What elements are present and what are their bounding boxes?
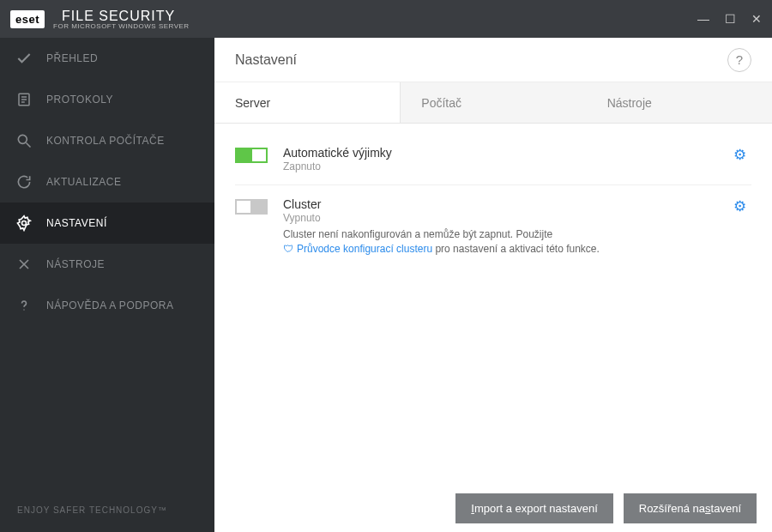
magnifier-icon xyxy=(15,132,33,149)
sidebar-item-logs[interactable]: PROTOKOLY xyxy=(0,79,214,120)
sidebar-item-overview[interactable]: PŘEHLED xyxy=(0,38,214,79)
brand-title-group: FILE SECURITY FOR MICROSOFT WINDOWS SERV… xyxy=(53,9,190,30)
tools-icon xyxy=(15,256,33,273)
sidebar: PŘEHLED PROTOKOLY KONTROLA POČÍTAČE AKTU… xyxy=(0,38,214,532)
close-icon[interactable]: ✕ xyxy=(751,12,762,26)
refresh-icon xyxy=(15,173,33,190)
desc-text: pro nastavení a aktivaci této funkce. xyxy=(435,243,599,255)
svg-point-6 xyxy=(22,221,27,226)
toggle-cluster[interactable] xyxy=(235,199,268,215)
gear-icon xyxy=(15,215,33,232)
setting-description: Cluster není nakonfigurován a nemůže být… xyxy=(283,227,728,257)
advanced-settings-button[interactable]: Rozšířená nastavení xyxy=(624,493,757,523)
import-export-button[interactable]: Import a export nastavení xyxy=(455,493,612,523)
tabs: Server Počítač Nástroje xyxy=(214,82,772,124)
titlebar: eset FILE SECURITY FOR MICROSOFT WINDOWS… xyxy=(0,0,772,38)
gear-icon[interactable]: ⚙ xyxy=(728,197,751,257)
sidebar-item-scan[interactable]: KONTROLA POČÍTAČE xyxy=(0,120,214,161)
check-icon xyxy=(15,50,33,67)
app-subtitle: FOR MICROSOFT WINDOWS SERVER xyxy=(53,22,190,30)
sidebar-item-tools[interactable]: NÁSTROJE xyxy=(0,244,214,285)
setting-text: Automatické výjimky Zapnuto xyxy=(283,146,728,172)
document-icon xyxy=(15,91,33,108)
maximize-icon[interactable]: ☐ xyxy=(725,12,736,26)
sidebar-footer: ENJOY SAFER TECHNOLOGY™ xyxy=(0,488,214,532)
content-panel: Nastavení ? Server Počítač Nástroje Auto… xyxy=(214,38,772,532)
tab-tools[interactable]: Nástroje xyxy=(587,82,772,123)
tab-server[interactable]: Server xyxy=(214,82,401,123)
sidebar-item-label: NASTAVENÍ xyxy=(46,217,107,229)
footer-bar: Import a export nastavení Rozšířená nast… xyxy=(214,484,772,532)
minimize-icon[interactable]: — xyxy=(697,12,709,26)
svg-point-7 xyxy=(23,309,24,310)
sidebar-item-settings[interactable]: NASTAVENÍ xyxy=(0,203,214,244)
cluster-wizard-link[interactable]: Průvodce konfigurací clusteru xyxy=(297,243,432,255)
desc-text: Cluster není nakonfigurován a nemůže být… xyxy=(283,228,552,240)
setting-status: Zapnuto xyxy=(283,160,728,172)
toggle-auto-exclusions[interactable] xyxy=(235,148,268,163)
svg-line-5 xyxy=(27,143,31,148)
settings-body: Automatické výjimky Zapnuto ⚙ Cluster Vy… xyxy=(214,124,772,484)
sidebar-item-label: KONTROLA POČÍTAČE xyxy=(46,135,165,147)
tab-label: Nástroje xyxy=(607,96,652,110)
sidebar-item-label: PROTOKOLY xyxy=(46,94,113,106)
sidebar-item-label: AKTUALIZACE xyxy=(46,176,122,188)
svg-point-4 xyxy=(18,135,27,143)
sidebar-item-help[interactable]: NÁPOVĚDA A PODPORA xyxy=(0,285,214,326)
sidebar-item-label: PŘEHLED xyxy=(46,52,98,64)
setting-title: Cluster xyxy=(283,197,728,211)
gear-icon[interactable]: ⚙ xyxy=(728,146,751,172)
setting-auto-exclusions: Automatické výjimky Zapnuto ⚙ xyxy=(235,134,751,185)
help-button[interactable]: ? xyxy=(727,48,751,72)
setting-status: Vypnuto xyxy=(283,212,728,224)
tab-label: Server xyxy=(235,96,270,110)
sidebar-item-label: NÁPOVĚDA A PODPORA xyxy=(46,299,173,311)
setting-cluster: Cluster Vypnuto Cluster není nakonfiguro… xyxy=(235,185,751,269)
page-header: Nastavení ? xyxy=(214,38,772,82)
page-title: Nastavení xyxy=(235,52,297,68)
tab-computer[interactable]: Počítač xyxy=(401,82,586,123)
window-controls: — ☐ ✕ xyxy=(697,12,762,26)
sidebar-item-label: NÁSTROJE xyxy=(46,258,105,270)
tab-label: Počítač xyxy=(421,96,461,110)
setting-title: Automatické výjimky xyxy=(283,146,728,160)
sidebar-item-update[interactable]: AKTUALIZACE xyxy=(0,161,214,203)
setting-text: Cluster Vypnuto Cluster není nakonfiguro… xyxy=(283,197,728,257)
shield-icon: 🛡 xyxy=(283,243,293,255)
question-icon xyxy=(15,297,33,314)
brand-logo: eset xyxy=(10,10,45,28)
